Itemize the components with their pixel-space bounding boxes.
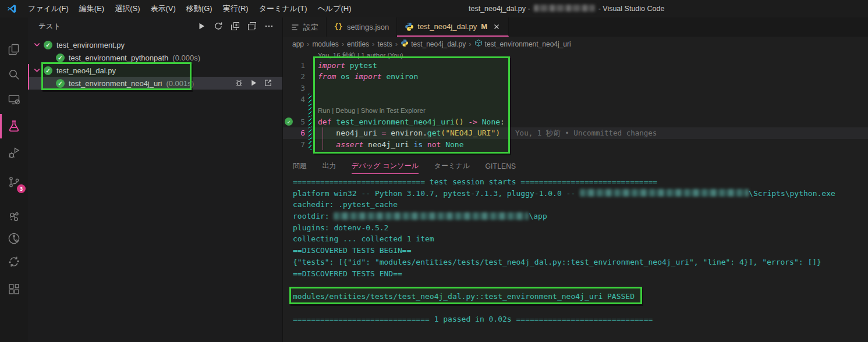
- console-line: ============================== 1 passed …: [293, 314, 868, 325]
- remote-explorer-icon[interactable]: [0, 87, 28, 112]
- line-number: 4: [283, 94, 305, 105]
- code-editor[interactable]: You, 16 秒前 | 1 author (You)1import pytes…: [283, 51, 868, 150]
- run-tests-icon[interactable]: [197, 22, 206, 31]
- test-tree-item[interactable]: ✓test_environment_pythonpath(0.000s): [28, 51, 282, 64]
- menu-help[interactable]: ヘルプ(H): [313, 0, 357, 17]
- codelens-run-debug[interactable]: Run | Debug | Show in Test Explorer: [318, 107, 426, 114]
- go-to-test-icon[interactable]: [264, 79, 273, 88]
- code-line[interactable]: 1import pytest: [283, 60, 868, 71]
- explorer-icon[interactable]: [0, 37, 28, 62]
- code-token: None: [482, 117, 500, 126]
- refresh-tests-icon[interactable]: [214, 22, 223, 31]
- code-text: import pytest: [318, 60, 377, 71]
- code-line[interactable]: 7 assert neo4j_uri is not None: [283, 139, 868, 150]
- breadcrumb-item[interactable]: modules: [312, 40, 338, 48]
- run-tests-new-window-icon[interactable]: [231, 22, 240, 31]
- tab-settings-json[interactable]: {}settings.json: [327, 17, 397, 37]
- modified-lines-indicator: [309, 116, 311, 127]
- test-pass-icon: ✓: [44, 66, 52, 75]
- gutter: 1: [283, 60, 318, 71]
- code-line[interactable]: ✓5def test_environment_neo4j_uri() -> No…: [283, 116, 868, 127]
- more-actions-icon[interactable]: [264, 22, 274, 31]
- tab-settings[interactable]: 設定: [283, 17, 327, 37]
- test-duration: (0.001s): [166, 79, 194, 88]
- breadcrumb-label: test_environment_neo4j_uri: [485, 40, 571, 48]
- console-text: plugins: dotenv-0.5.2: [293, 223, 388, 232]
- panel-tab-terminal[interactable]: ターミナル: [434, 158, 470, 173]
- breadcrumb-item[interactable]: app: [292, 40, 304, 48]
- code-token: [350, 72, 355, 81]
- console-line: platform win32 -- Python 3.10.7, pytest-…: [293, 188, 868, 200]
- run-test-icon[interactable]: [249, 79, 258, 88]
- tab-label: test_neo4j_dal.py: [417, 22, 477, 31]
- source-control-badge: 3: [17, 184, 26, 193]
- code-token: [423, 140, 427, 149]
- console-text: ==DISCOVERED TESTS END==: [293, 269, 402, 278]
- test-tree-item[interactable]: ✓test_environment.py: [28, 38, 282, 51]
- chevron-down-icon[interactable]: [33, 40, 42, 49]
- extensions-layout-icon[interactable]: [0, 277, 28, 301]
- chevron-down-icon[interactable]: [33, 66, 42, 75]
- graph-extension-icon[interactable]: [0, 205, 28, 229]
- gitlens-inline-blame: You, 1 秒前 • Uncommitted changes: [515, 129, 657, 138]
- code-token: environ.: [386, 129, 427, 137]
- menu-run[interactable]: 実行(R): [218, 0, 254, 17]
- close-icon[interactable]: [493, 23, 501, 31]
- test-tree-item[interactable]: ✓test_environment_neo4j_uri(0.001s): [28, 77, 282, 90]
- search-icon[interactable]: [0, 62, 28, 87]
- breadcrumb-item[interactable]: tests: [377, 40, 392, 48]
- code-token: assert: [336, 140, 363, 149]
- modified-lines-indicator: [309, 139, 311, 150]
- window-title-app: - Visual Studio Code: [598, 5, 665, 13]
- window-title: test_neo4j_dal.py -- Visual Studio Code: [469, 0, 664, 17]
- code-token: "NEO4J_URI": [445, 129, 495, 137]
- console-text: modules/entities/tests/test_neo4j_dal.py…: [293, 292, 635, 301]
- run-and-debug-icon[interactable]: [0, 141, 28, 165]
- testing-icon[interactable]: [0, 114, 28, 138]
- panel-tab-problems[interactable]: 問題: [293, 158, 307, 173]
- code-line[interactable]: 3: [283, 83, 868, 94]
- bottom-panel: 問題出力デバッグ コンソールターミナルGITLENS =============…: [283, 157, 868, 342]
- menu-selection[interactable]: 選択(S): [109, 0, 145, 17]
- console-line: ============================= test sessi…: [293, 176, 868, 188]
- modified-badge: M: [481, 22, 487, 31]
- code-token: (): [455, 117, 464, 126]
- breadcrumb-item[interactable]: entities: [347, 40, 369, 48]
- json-braces-icon: {}: [334, 23, 343, 32]
- panel-tab-debug-console[interactable]: デバッグ コンソール: [352, 158, 419, 174]
- modified-lines-indicator: [309, 105, 311, 116]
- gutter: 2: [283, 71, 318, 82]
- menu-view[interactable]: 表示(V): [146, 0, 181, 17]
- console-line: [293, 302, 868, 314]
- gitlens-icon[interactable]: [0, 226, 28, 251]
- code-line[interactable]: 6 neo4j_uri = environ.get("NEO4J_URI")Yo…: [283, 127, 868, 138]
- test-tree-item[interactable]: ✓test_neo4j_dal.py: [28, 64, 282, 77]
- title-bar: ファイル(F)編集(E)選択(S)表示(V)移動(G)実行(R)ターミナル(T)…: [0, 0, 868, 17]
- code-token: test_environment_neo4j_uri: [336, 117, 455, 126]
- menu-file[interactable]: ファイル(F): [23, 0, 74, 17]
- menu-edit[interactable]: 編集(E): [74, 0, 109, 17]
- collapse-all-icon[interactable]: [247, 22, 257, 31]
- line-number: 1: [283, 60, 305, 71]
- tab-test-neo4j-dal[interactable]: test_neo4j_dal.pyM: [397, 17, 509, 37]
- code-line[interactable]: 4: [283, 94, 868, 105]
- debug-test-icon[interactable]: [235, 79, 244, 88]
- compare-sync-extension-icon[interactable]: [0, 250, 28, 274]
- gutter: 3: [283, 83, 318, 94]
- redacted-path: [334, 212, 529, 220]
- test-label: test_environment_neo4j_uri: [69, 79, 162, 88]
- console-line: modules/entities/tests/test_neo4j_dal.py…: [293, 291, 868, 302]
- redacted-path: [580, 189, 749, 197]
- menu-terminal[interactable]: ターミナル(T): [254, 0, 313, 17]
- panel-tab-output[interactable]: 出力: [322, 158, 336, 173]
- breadcrumb-item[interactable]: test_neo4j_dal.py: [401, 39, 466, 49]
- code-token: [477, 117, 482, 126]
- console-text: ==DISCOVERED TESTS BEGIN==: [293, 246, 412, 255]
- code-line[interactable]: 2from os import environ: [283, 71, 868, 82]
- panel-tab-gitlens-panel[interactable]: GITLENS: [486, 159, 516, 173]
- breadcrumb-label: test_neo4j_dal.py: [411, 40, 466, 48]
- menu-go[interactable]: 移動(G): [181, 0, 218, 17]
- breadcrumb-item[interactable]: test_environment_neo4j_uri: [474, 39, 571, 49]
- source-control-icon[interactable]: 3: [0, 170, 28, 194]
- gutter: 4: [283, 94, 318, 105]
